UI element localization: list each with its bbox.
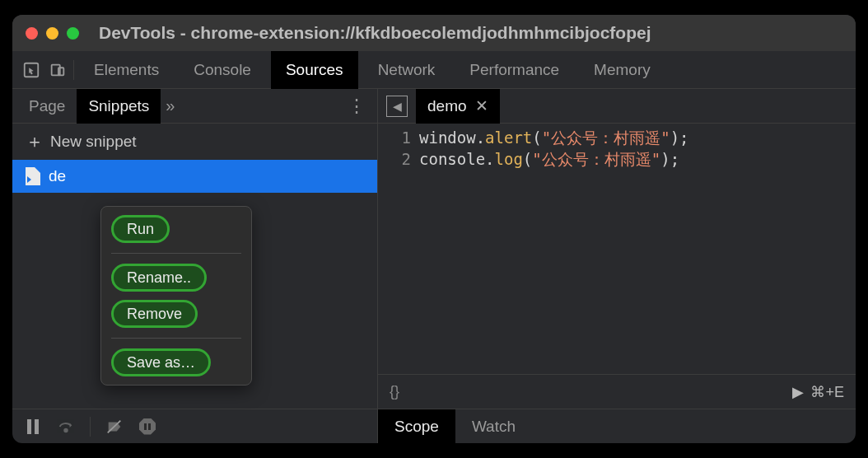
nav-tab-page[interactable]: Page [17,89,77,124]
ctx-separator [111,253,241,254]
context-menu: Run Rename.. Remove Save as… [100,206,252,386]
editor-tabs: ◀ demo ✕ [378,89,856,124]
run-controls: ▶ ⌘+E [792,383,844,401]
nav-tab-more[interactable]: » [166,96,175,115]
traffic-lights [26,27,79,40]
tab-elements[interactable]: Elements [79,51,174,89]
close-window-button[interactable] [26,27,38,40]
close-tab-icon[interactable]: ✕ [475,96,488,115]
new-snippet-button[interactable]: ＋ New snippet [12,124,377,160]
line-number: 1 [378,127,411,148]
line-number: 2 [378,148,411,170]
deactivate-breakpoints-icon[interactable] [105,418,124,436]
pretty-print-icon[interactable]: {} [390,383,399,400]
line-gutter: 1 2 [378,127,419,374]
run-icon[interactable]: ▶ [792,383,804,401]
ctx-remove[interactable]: Remove [111,300,198,328]
main-tabs: Elements Console Sources Network Perform… [12,51,856,89]
ctx-save-as[interactable]: Save as… [111,348,211,376]
maximize-window-button[interactable] [67,27,79,40]
snippet-list: de [12,160,377,193]
snippet-name: de [49,167,66,185]
ctx-rename[interactable]: Rename.. [111,264,207,292]
scope-tabs: Scope Watch [378,409,856,443]
code-line: window.alert("公众号：村雨遥"); [419,127,856,148]
editor-footer: {} ▶ ⌘+E [378,374,856,409]
code-line: console.log("公众号：村雨遥"); [419,148,856,170]
lower-row: Scope Watch [12,409,856,443]
tab-network[interactable]: Network [363,51,450,89]
snippet-file-icon [26,167,40,185]
plus-icon: ＋ [26,129,44,154]
ctx-run[interactable]: Run [111,215,170,243]
code-content: window.alert("公众号：村雨遥"); console.log("公众… [419,127,856,374]
tab-sources[interactable]: Sources [271,51,358,89]
pause-icon[interactable] [24,418,42,436]
nav-tab-snippets[interactable]: Snippets [77,89,161,124]
hide-navigator-icon[interactable]: ◀ [386,96,408,117]
debugger-bar [12,409,378,443]
scope-tab-watch[interactable]: Watch [455,409,532,444]
minimize-window-button[interactable] [46,27,58,40]
tab-memory[interactable]: Memory [579,51,665,89]
editor-tab-label: demo [427,97,467,115]
run-shortcut: ⌘+E [810,383,844,401]
scope-tab-scope[interactable]: Scope [378,409,455,444]
divider [73,60,74,80]
titlebar: DevTools - chrome-extension://kfkdboecol… [12,15,856,51]
devtools-window: DevTools - chrome-extension://kfkdboecol… [12,15,856,443]
step-over-icon[interactable] [57,418,75,436]
editor-pane: ◀ demo ✕ 1 2 window.alert("公众号：村雨遥"); co… [378,89,856,409]
new-snippet-label: New snippet [50,133,137,151]
code-editor[interactable]: 1 2 window.alert("公众号：村雨遥"); console.log… [378,124,856,374]
tab-performance[interactable]: Performance [455,51,574,89]
device-toolbar-icon[interactable] [47,59,68,81]
editor-tab-demo[interactable]: demo ✕ [416,89,500,124]
tab-console[interactable]: Console [179,51,266,89]
navigator-tabs: Page Snippets » ⋮ [12,89,377,124]
window-title: DevTools - chrome-extension://kfkdboecol… [99,23,651,43]
divider [90,417,91,437]
pause-on-exceptions-icon[interactable] [138,418,156,436]
svg-point-3 [64,428,68,432]
inspect-element-icon[interactable] [21,59,42,81]
snippet-item-demo[interactable]: de [12,160,377,193]
ctx-separator [111,338,241,339]
nav-more-options-icon[interactable]: ⋮ [348,96,366,117]
